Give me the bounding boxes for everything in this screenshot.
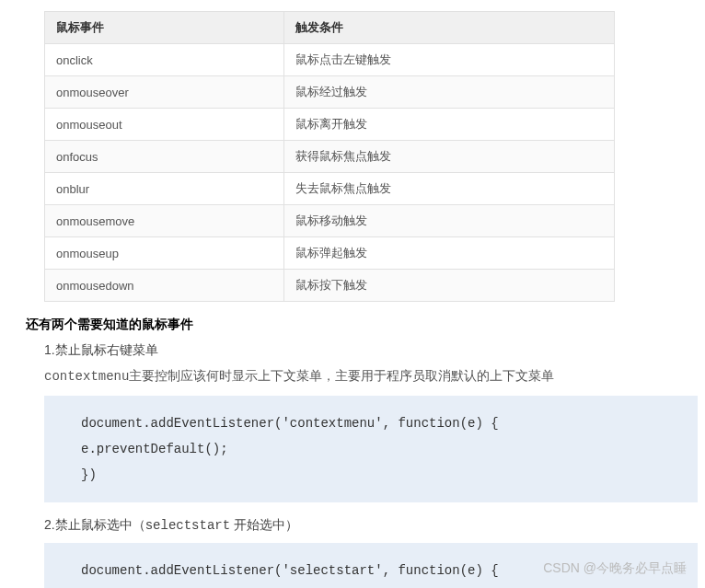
- table-cell-condition: 鼠标经过触发: [283, 76, 614, 109]
- table-row: onmouseover鼠标经过触发: [45, 76, 615, 109]
- item1-description: contextmenu主要控制应该何时显示上下文菜单，主要用于程序员取消默认的上…: [44, 368, 698, 385]
- table-cell-event: onclick: [45, 44, 284, 76]
- item1-codeblock: document.addEventListener('contextmenu',…: [44, 396, 698, 502]
- table-cell-event: onmouseover: [45, 76, 284, 109]
- table-cell-condition: 鼠标按下触发: [283, 270, 614, 302]
- table-cell-event: onmouseup: [45, 237, 284, 270]
- table-cell-condition: 鼠标移动触发: [283, 205, 614, 237]
- table-header-condition: 触发条件: [283, 12, 614, 44]
- item1-desc-text: 主要控制应该何时显示上下文菜单，主要用于程序员取消默认的上下文菜单: [129, 368, 554, 383]
- table-row: onmouseout鼠标离开触发: [45, 109, 615, 141]
- watermark: CSDN @今晚务必早点睡: [543, 560, 687, 577]
- table-cell-condition: 获得鼠标焦点触发: [283, 141, 614, 173]
- table-cell-event: onblur: [45, 173, 284, 205]
- mouse-events-table: 鼠标事件 触发条件 onclick鼠标点击左键触发onmouseover鼠标经过…: [44, 11, 615, 302]
- item2-heading-prefix: 2.禁止鼠标选中（: [44, 517, 145, 532]
- table-cell-event: onmousemove: [45, 205, 284, 237]
- item1-heading: 1.禁止鼠标右键菜单: [44, 342, 698, 359]
- table-row: onmousedown鼠标按下触发: [45, 270, 615, 302]
- table-header-event: 鼠标事件: [45, 12, 284, 44]
- section-title: 还有两个需要知道的鼠标事件: [26, 317, 698, 333]
- table-row: onmouseup鼠标弹起触发: [45, 237, 615, 270]
- item2-heading: 2.禁止鼠标选中（selectstart 开始选中）: [44, 517, 698, 534]
- table-cell-condition: 鼠标离开触发: [283, 109, 614, 141]
- table-row: onfocus获得鼠标焦点触发: [45, 141, 615, 173]
- item2-heading-suffix: 开始选中）: [230, 517, 298, 532]
- item2-heading-code: selectstart: [145, 518, 230, 533]
- table-cell-event: onfocus: [45, 141, 284, 173]
- table-row: onblur失去鼠标焦点触发: [45, 173, 615, 205]
- table-cell-condition: 鼠标弹起触发: [283, 237, 614, 270]
- table-body: onclick鼠标点击左键触发onmouseover鼠标经过触发onmouseo…: [45, 44, 615, 302]
- table-cell-condition: 鼠标点击左键触发: [283, 44, 614, 76]
- table-cell-event: onmouseout: [45, 109, 284, 141]
- table-cell-event: onmousedown: [45, 270, 284, 302]
- table-row: onclick鼠标点击左键触发: [45, 44, 615, 76]
- table-cell-condition: 失去鼠标焦点触发: [283, 173, 614, 205]
- item1-desc-code: contextmenu: [44, 369, 129, 384]
- table-row: onmousemove鼠标移动触发: [45, 205, 615, 237]
